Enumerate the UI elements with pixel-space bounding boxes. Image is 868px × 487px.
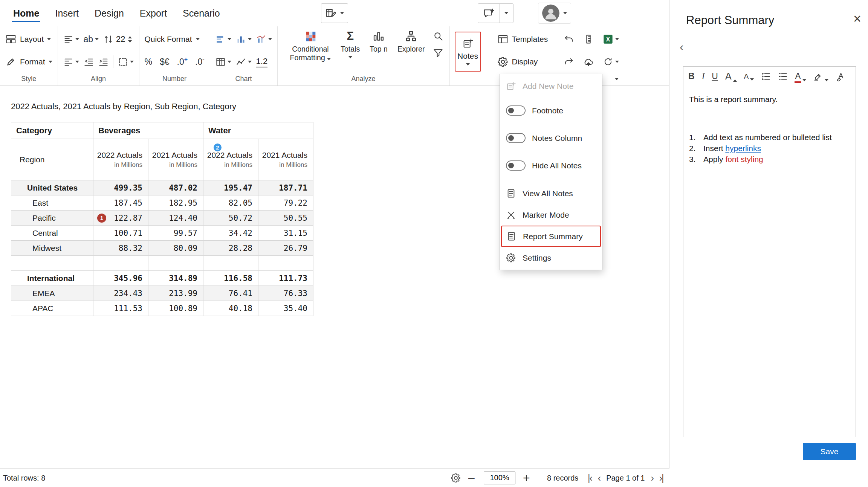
comment-dropdown-segment[interactable]: [499, 4, 513, 23]
value-cell[interactable]: 116.58: [203, 271, 258, 286]
account-menu[interactable]: [538, 3, 571, 24]
hyperlink[interactable]: hyperlinks: [725, 144, 761, 153]
top-n-button[interactable]: Top n: [365, 29, 393, 54]
value-cell[interactable]: 111.53: [93, 301, 148, 316]
row-header[interactable]: United States: [11, 180, 93, 195]
zoom-out-button[interactable]: –: [468, 474, 475, 482]
row-header[interactable]: EMEA: [11, 286, 93, 301]
value-cell[interactable]: 111.73: [258, 271, 313, 286]
conditional-formatting-button[interactable]: ConditionalFormatting: [285, 29, 336, 63]
summary-editor[interactable]: B I U A A A This is a report summary. 1.…: [683, 66, 856, 437]
horizontal-align-button[interactable]: [63, 57, 79, 67]
note-badge[interactable]: 1: [97, 214, 106, 223]
refresh-button[interactable]: [603, 56, 619, 67]
column-chart-button[interactable]: [236, 34, 252, 44]
notes-menu-item-report-summary[interactable]: Report Summary: [501, 226, 601, 247]
summary-content[interactable]: This is a report summary. 1.Add text as …: [683, 86, 856, 172]
note-badge[interactable]: 2: [212, 142, 223, 153]
highlight-button[interactable]: [813, 72, 828, 81]
value-cell[interactable]: 88.32: [93, 241, 148, 256]
zoom-input[interactable]: [484, 472, 515, 484]
value-cell[interactable]: 35.40: [258, 301, 313, 316]
value-cell[interactable]: 487.02: [148, 180, 203, 195]
tab-insert[interactable]: Insert: [47, 0, 87, 26]
notes-button[interactable]: Notes: [455, 32, 481, 72]
value-cell[interactable]: 26.79: [258, 241, 313, 256]
notes-menu-item-marker-mode[interactable]: Marker Mode: [500, 204, 602, 226]
column-header[interactable]: 2022 Actualsin Millions: [93, 139, 148, 180]
value-cell[interactable]: 345.96: [93, 271, 148, 286]
value-cell[interactable]: 80.09: [148, 241, 203, 256]
row-header[interactable]: Pacific: [11, 211, 93, 226]
notes-menu-item-settings[interactable]: Settings: [500, 247, 602, 269]
indent-increase-button[interactable]: [98, 57, 108, 67]
add-comment-segment[interactable]: [478, 4, 499, 23]
value-cell[interactable]: 213.99: [148, 286, 203, 301]
underline-button[interactable]: U: [712, 71, 718, 81]
search-button[interactable]: [433, 31, 443, 41]
templates-button[interactable]: Templates: [497, 29, 555, 49]
stepper-up-icon[interactable]: [128, 36, 132, 38]
totals-button[interactable]: Σ Totals: [336, 29, 365, 59]
vertical-align-button[interactable]: [63, 34, 79, 44]
bar-chart-button[interactable]: [215, 34, 231, 44]
row-header[interactable]: APAC: [11, 301, 93, 316]
notes-menu-item-add-new-note[interactable]: Add New Note: [500, 75, 602, 97]
value-cell[interactable]: 79.22: [258, 195, 313, 211]
value-cell[interactable]: 50.55: [258, 211, 313, 226]
add-comment-button[interactable]: [478, 3, 513, 23]
tab-scenario[interactable]: Scenario: [175, 0, 228, 26]
value-cell[interactable]: 40.18: [203, 301, 258, 316]
cloud-upload-button[interactable]: [583, 56, 594, 67]
export-excel-button[interactable]: X: [603, 34, 619, 44]
percent-format-button[interactable]: %: [145, 57, 152, 67]
toggle-switch[interactable]: [506, 160, 526, 171]
collapse-panel-icon[interactable]: ‹: [680, 40, 684, 54]
next-page-button[interactable]: ›: [651, 472, 653, 483]
column-group-header-water[interactable]: Water: [203, 122, 313, 139]
value-cell[interactable]: 50.72: [203, 211, 258, 226]
value-cell[interactable]: 187.71: [258, 180, 313, 195]
clear-formatting-button[interactable]: [836, 72, 845, 81]
row-header[interactable]: International: [11, 271, 93, 286]
prev-page-button[interactable]: ‹: [598, 472, 600, 483]
font-size-value[interactable]: 22: [116, 34, 125, 44]
bulleted-list-button[interactable]: [761, 72, 771, 81]
value-cell[interactable]: 31.15: [258, 226, 313, 241]
font-size-stepper[interactable]: [128, 36, 132, 43]
collapse-ribbon-icon[interactable]: [615, 78, 619, 80]
value-cell[interactable]: 76.33: [258, 286, 313, 301]
bold-button[interactable]: B: [688, 71, 695, 81]
value-cell[interactable]: 314.89: [148, 271, 203, 286]
column-group-header-category[interactable]: Category: [11, 122, 93, 139]
value-cell[interactable]: 99.57: [148, 226, 203, 241]
row-header[interactable]: Central: [11, 226, 93, 241]
value-cell[interactable]: 195.47: [203, 180, 258, 195]
notes-menu-item-view-all-notes[interactable]: View All Notes: [500, 183, 602, 204]
numbered-list-button[interactable]: [778, 72, 788, 81]
column-header[interactable]: 22022 Actualsin Millions: [203, 139, 258, 180]
quick-format-dropdown[interactable]: Quick Format: [145, 29, 205, 49]
value-cell[interactable]: 82.05: [203, 195, 258, 211]
increase-decimal-button[interactable]: .0+: [177, 57, 188, 67]
value-cell[interactable]: 124.40: [148, 211, 203, 226]
column-header[interactable]: 2021 Actualsin Millions: [258, 139, 313, 180]
undo-button[interactable]: [564, 34, 574, 44]
table-view-button[interactable]: [215, 57, 231, 67]
filter-button[interactable]: [433, 47, 443, 58]
value-cell[interactable]: 76.41: [203, 286, 258, 301]
redo-button[interactable]: [564, 56, 574, 67]
column-header[interactable]: 2021 Actualsin Millions: [148, 139, 203, 180]
toggle-switch[interactable]: [506, 133, 526, 143]
notes-menu-toggle-notes-column[interactable]: Notes Column: [500, 124, 602, 152]
tab-home[interactable]: Home: [5, 0, 47, 26]
line-chart-button[interactable]: [236, 57, 252, 67]
explorer-button[interactable]: Explorer: [393, 29, 430, 54]
row-dimension-header[interactable]: Region: [11, 139, 93, 180]
display-button[interactable]: Display: [497, 52, 555, 72]
value-cell[interactable]: 100.89: [148, 301, 203, 316]
zoom-in-button[interactable]: +: [523, 471, 530, 485]
font-color-button[interactable]: A: [795, 71, 806, 81]
row-header[interactable]: Midwest: [11, 241, 93, 256]
value-cell[interactable]: 499.35: [93, 180, 148, 195]
